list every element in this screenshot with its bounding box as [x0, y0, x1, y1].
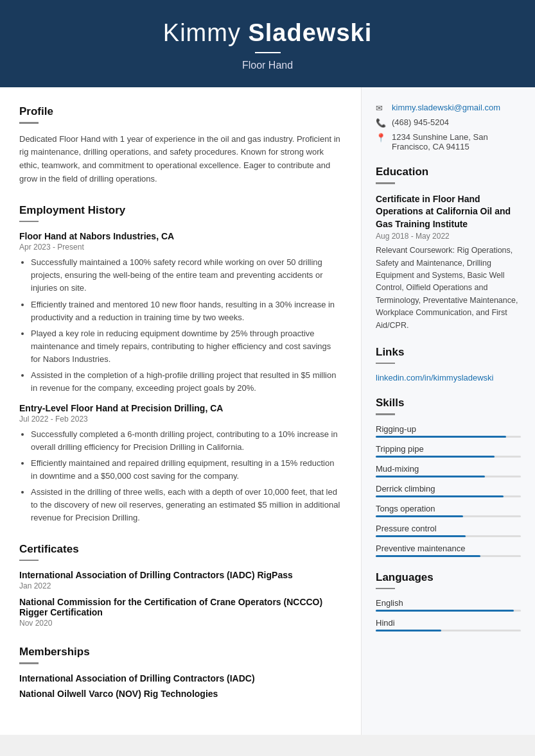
left-column: Profile Dedicated Floor Hand with 1 year…: [0, 87, 362, 735]
cert-2: National Commission for the Certificatio…: [19, 597, 343, 628]
job-2: Entry-Level Floor Hand at Precision Dril…: [19, 403, 343, 525]
skill-bar-bg-tripping-pipe: [376, 456, 521, 458]
header: Kimmy Sladewski Floor Hand: [0, 0, 535, 87]
linkedin-link[interactable]: linkedin.com/in/kimmysladewski: [376, 373, 494, 382]
contact-email: ✉ kimmy.sladewski@gmail.com: [376, 103, 521, 113]
links-divider: [376, 363, 395, 365]
profile-divider: [19, 122, 39, 124]
job-2-title: Entry-Level Floor Hand at Precision Dril…: [19, 403, 343, 413]
lang-bar-bg-hindi: [376, 630, 521, 631]
languages-section: Languages English Hindi: [376, 571, 521, 632]
lang-bar-bg-english: [376, 610, 521, 612]
job-1-bullet-3: Played a key role in reducing equipment …: [31, 327, 343, 366]
job-2-bullet-2: Efficiently maintained and repaired dril…: [31, 457, 343, 483]
lang-english: English: [376, 598, 521, 612]
body-layout: Profile Dedicated Floor Hand with 1 year…: [0, 87, 535, 735]
membership-2: National Oilwell Varco (NOV) Rig Technol…: [19, 689, 343, 699]
cert-2-date: Nov 2020: [19, 619, 343, 628]
skill-tripping-pipe: Tripping pipe: [376, 444, 521, 458]
contact-address: 📍 1234 Sunshine Lane, San Francisco, CA …: [376, 132, 521, 151]
links-title: Links: [376, 346, 521, 359]
skill-rigging-up: Rigging-up: [376, 424, 521, 438]
skill-bar-bg-preventive-maintenance: [376, 555, 521, 557]
skill-bar-bg-rigging-up: [376, 436, 521, 438]
email-link[interactable]: kimmy.sladewski@gmail.com: [392, 103, 500, 112]
skill-preventive-maintenance: Preventive maintenance: [376, 544, 521, 557]
job-1-bullet-1: Successfully maintained a 100% safety re…: [31, 256, 343, 295]
email-icon: ✉: [376, 103, 387, 113]
skill-name-tongs-operation: Tongs operation: [376, 504, 521, 513]
first-name: Kimmy: [163, 19, 241, 46]
skill-name-derrick-climbing: Derrick climbing: [376, 484, 521, 494]
full-name: Kimmy Sladewski: [13, 19, 522, 47]
skill-bar-fill-tongs-operation: [376, 515, 463, 517]
skills-section: Skills Rigging-up Tripping pipe Mud-mixi…: [376, 397, 521, 557]
certificates-divider: [19, 560, 39, 562]
job-1-dates: Apr 2023 - Present: [19, 243, 343, 252]
skill-name-tripping-pipe: Tripping pipe: [376, 444, 521, 454]
skill-bar-fill-pressure-control: [376, 535, 466, 537]
cert-2-title: National Commission for the Certificatio…: [19, 597, 343, 617]
languages-divider: [376, 588, 395, 590]
skill-name-preventive-maintenance: Preventive maintenance: [376, 544, 521, 553]
profile-section: Profile Dedicated Floor Hand with 1 year…: [19, 105, 343, 186]
profile-text: Dedicated Floor Hand with 1 year of expe…: [19, 133, 343, 186]
skill-bar-fill-rigging-up: [376, 436, 506, 438]
lang-hindi: Hindi: [376, 618, 521, 631]
lang-bar-fill-english: [376, 610, 514, 612]
skill-bar-bg-mud-mixing: [376, 476, 521, 477]
location-icon: 📍: [376, 133, 387, 142]
memberships-title: Memberships: [19, 646, 343, 658]
skill-bar-bg-tongs-operation: [376, 515, 521, 517]
job-1-title: Floor Hand at Nabors Industries, CA: [19, 231, 343, 241]
job-1-bullets: Successfully maintained a 100% safety re…: [19, 256, 343, 395]
skill-bar-fill-preventive-maintenance: [376, 555, 480, 557]
employment-section: Employment History Floor Hand at Nabors …: [19, 204, 343, 525]
education-divider: [376, 182, 395, 184]
job-1: Floor Hand at Nabors Industries, CA Apr …: [19, 231, 343, 395]
skill-bar-fill-mud-mixing: [376, 476, 485, 477]
edu-courses: Relevant Coursework: Rig Operations, Saf…: [376, 245, 521, 332]
skill-pressure-control: Pressure control: [376, 524, 521, 537]
contact-phone: 📞 (468) 945-5204: [376, 117, 521, 128]
skill-bar-bg-pressure-control: [376, 535, 521, 537]
skill-name-rigging-up: Rigging-up: [376, 424, 521, 434]
job-2-bullet-1: Successfully completed a 6-month drillin…: [31, 428, 343, 454]
phone-number: (468) 945-5204: [392, 117, 449, 127]
skill-derrick-climbing: Derrick climbing: [376, 484, 521, 497]
skill-mud-mixing: Mud-mixing: [376, 464, 521, 477]
job-2-bullets: Successfully completed a 6-month drillin…: [19, 428, 343, 525]
lang-bar-fill-hindi: [376, 630, 441, 631]
right-column: ✉ kimmy.sladewski@gmail.com 📞 (468) 945-…: [362, 87, 535, 735]
resume-wrapper: Kimmy Sladewski Floor Hand Profile Dedic…: [0, 0, 535, 735]
certificates-title: Certificates: [19, 543, 343, 556]
edu-cert-title: Certificate in Floor Hand Operations at …: [376, 193, 521, 231]
membership-1: International Association of Drilling Co…: [19, 673, 343, 683]
job-2-bullet-3: Assisted in the drilling of three wells,…: [31, 486, 343, 524]
languages-title: Languages: [376, 571, 521, 584]
skills-title: Skills: [376, 397, 521, 409]
edu-dates: Aug 2018 - May 2022: [376, 232, 521, 241]
lang-name-hindi: Hindi: [376, 618, 521, 628]
skill-bar-bg-derrick-climbing: [376, 495, 521, 497]
skill-name-mud-mixing: Mud-mixing: [376, 464, 521, 474]
education-title: Education: [376, 166, 521, 178]
cert-1-title: International Association of Drilling Co…: [19, 570, 343, 580]
certificates-section: Certificates International Association o…: [19, 543, 343, 628]
memberships-divider: [19, 662, 39, 664]
employment-divider: [19, 221, 39, 223]
address-text: 1234 Sunshine Lane, San Francisco, CA 94…: [392, 132, 521, 151]
cert-1: International Association of Drilling Co…: [19, 570, 343, 590]
job-1-bullet-4: Assisted in the completion of a high-pro…: [31, 369, 343, 395]
skill-bar-fill-derrick-climbing: [376, 495, 504, 497]
employment-title: Employment History: [19, 204, 343, 217]
job-2-dates: Jul 2022 - Feb 2023: [19, 415, 343, 424]
profile-title: Profile: [19, 105, 343, 118]
contact-section: ✉ kimmy.sladewski@gmail.com 📞 (468) 945-…: [376, 103, 521, 151]
skills-divider: [376, 413, 395, 415]
edu-item-1: Certificate in Floor Hand Operations at …: [376, 193, 521, 332]
header-divider: [255, 52, 281, 53]
education-section: Education Certificate in Floor Hand Oper…: [376, 166, 521, 332]
phone-icon: 📞: [376, 118, 387, 128]
links-section: Links linkedin.com/in/kimmysladewski: [376, 346, 521, 383]
